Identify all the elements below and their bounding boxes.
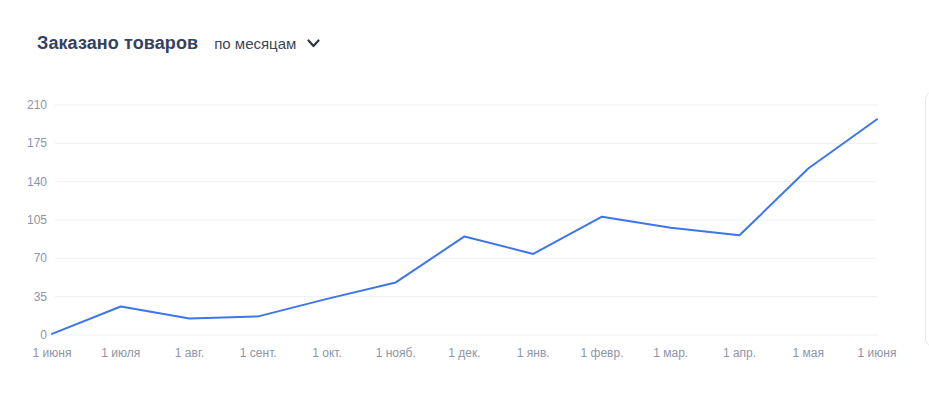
y-axis-tick-label: 210	[27, 98, 47, 112]
y-axis-tick-label: 140	[27, 175, 47, 189]
y-axis-tick-label: 105	[27, 213, 47, 227]
orders-chart-card: 035701051401752101 июня1 июля1 авг.1 сен…	[0, 0, 929, 403]
x-axis-tick-label: 1 апр.	[723, 346, 756, 360]
y-axis-tick-label: 70	[34, 251, 48, 265]
y-axis-tick-label: 0	[40, 328, 47, 342]
period-dropdown[interactable]: по месяцам	[214, 35, 320, 52]
chart-header: Заказано товаров по месяцам	[37, 33, 320, 54]
x-axis-tick-label: 1 февр.	[581, 346, 624, 360]
x-axis-tick-label: 1 мая	[793, 346, 824, 360]
x-axis-tick-label: 1 июня	[33, 346, 72, 360]
chevron-down-icon	[307, 39, 320, 48]
data-line	[52, 119, 877, 334]
x-axis-tick-label: 1 июня	[858, 346, 897, 360]
x-axis-tick-label: 1 янв.	[517, 346, 550, 360]
y-axis-tick-label: 175	[27, 136, 47, 150]
chart-title: Заказано товаров	[37, 33, 198, 54]
x-axis-tick-label: 1 окт.	[312, 346, 342, 360]
line-chart: 035701051401752101 июня1 июля1 авг.1 сен…	[0, 0, 929, 403]
x-axis-tick-label: 1 авг.	[175, 346, 204, 360]
x-axis-tick-label: 1 мар.	[653, 346, 688, 360]
x-axis-tick-label: 1 дек.	[448, 346, 480, 360]
x-axis-tick-label: 1 нояб.	[376, 346, 416, 360]
x-axis-tick-label: 1 июля	[101, 346, 140, 360]
adjacent-card-edge	[925, 90, 929, 348]
x-axis-tick-label: 1 сент.	[240, 346, 277, 360]
y-axis-tick-label: 35	[34, 290, 48, 304]
period-dropdown-label: по месяцам	[214, 35, 296, 52]
